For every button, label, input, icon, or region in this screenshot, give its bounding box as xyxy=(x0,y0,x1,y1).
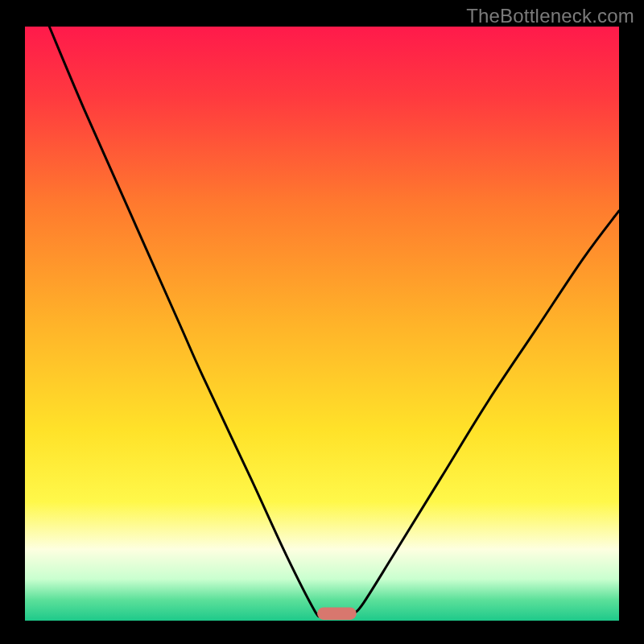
chart-frame: TheBottleneck.com xyxy=(0,0,644,644)
watermark-label: TheBottleneck.com xyxy=(466,5,634,27)
bottleneck-chart xyxy=(0,0,644,644)
optimal-band xyxy=(317,607,357,619)
gradient-background xyxy=(25,27,619,621)
optimal-marker xyxy=(317,607,357,619)
